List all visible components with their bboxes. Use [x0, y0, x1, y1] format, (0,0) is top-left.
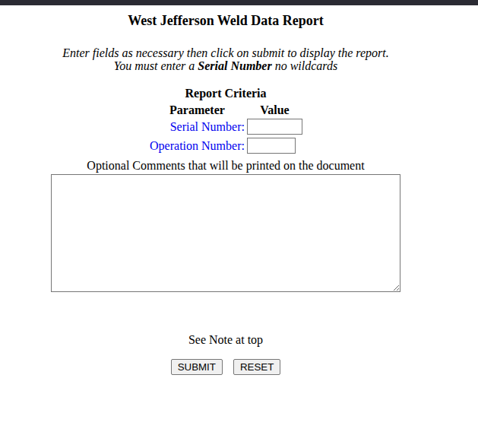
parameter-column-header: Parameter [149, 103, 245, 116]
instructions-line2-suffix: no wildcards [272, 59, 338, 72]
comments-textarea[interactable] [51, 174, 400, 292]
submit-button[interactable]: SUBMIT [171, 359, 223, 375]
comments-label: Optional Comments that will be printed o… [0, 159, 451, 172]
reset-button[interactable]: RESET [233, 359, 280, 375]
value-column-header: Value [247, 103, 302, 116]
see-note-text: See Note at top [0, 334, 451, 346]
operation-number-input[interactable] [247, 138, 296, 154]
operation-number-row: Operation Number: [149, 137, 302, 154]
instructions-serial-number-emphasis: Serial Number [198, 59, 271, 72]
report-form: West Jefferson Weld Data Report Enter fi… [0, 11, 451, 375]
criteria-header-row: Parameter Value [149, 103, 302, 116]
top-dark-bar [0, 0, 478, 5]
criteria-heading: Report Criteria [0, 87, 451, 100]
serial-number-row: Serial Number: [149, 118, 302, 135]
serial-number-input[interactable] [247, 119, 302, 135]
instructions-line1: Enter fields as necessary then click on … [62, 46, 389, 59]
instructions-note: Enter fields as necessary then click on … [0, 47, 451, 72]
instructions-line2-prefix: You must enter a [114, 59, 198, 72]
criteria-table: Parameter Value Serial Number: Operation… [147, 102, 304, 156]
form-buttons: SUBMIT RESET [0, 359, 451, 375]
serial-number-label[interactable]: Serial Number: [170, 120, 245, 133]
page-title: West Jefferson Weld Data Report [0, 11, 451, 30]
operation-number-label[interactable]: Operation Number: [150, 139, 245, 152]
